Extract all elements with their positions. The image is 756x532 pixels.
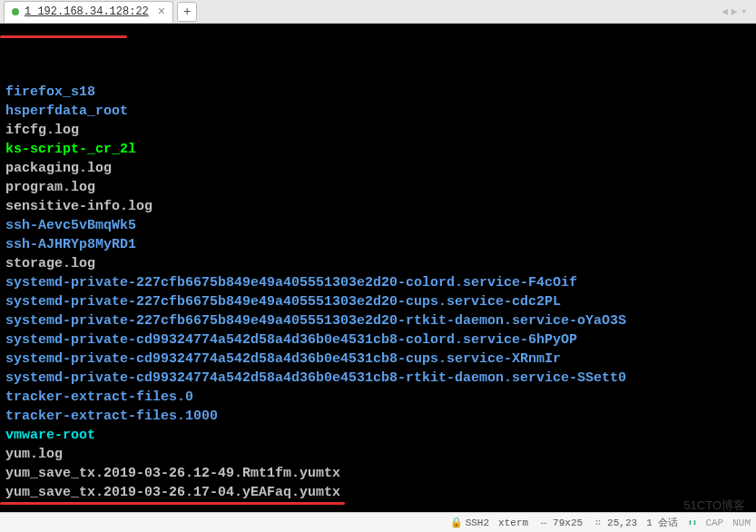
terminal-line: sensitive-info.log bbox=[5, 197, 751, 216]
tab-title: 1 192.168.34.128:22 bbox=[25, 5, 149, 18]
terminal-line: systemd-private-cd99324774a542d58a4d36b0… bbox=[5, 369, 751, 388]
status-bar: 🔒SSH2 xterm ↔79x25 ∷25,23 1 会话 ⬆⬇ CAP NU… bbox=[0, 512, 756, 532]
terminal-line: yum_save_tx.2019-03-26.12-49.Rmt1fm.yumt… bbox=[5, 464, 751, 483]
status-sessions: 1 会话 bbox=[646, 516, 678, 529]
annotation-underline-icon bbox=[0, 502, 345, 505]
nav-menu-icon[interactable]: ▾ bbox=[741, 5, 747, 17]
terminal-line: yum.log bbox=[5, 445, 751, 464]
watermark: 51CTO博客 bbox=[683, 498, 745, 514]
cap-indicator: CAP bbox=[705, 517, 723, 528]
tab-bar: 1 192.168.34.128:22 × + ◀ ▶ ▾ bbox=[0, 0, 756, 24]
terminal-line: systemd-private-227cfb6675b849e49a405551… bbox=[5, 311, 751, 330]
terminal-line: tracker-extract-files.1000 bbox=[5, 407, 751, 426]
terminal-line: ssh-AJHRYp8MyRD1 bbox=[5, 235, 751, 254]
position-icon: ∷ bbox=[592, 517, 604, 528]
terminal-line: ks-script-_cr_2l bbox=[5, 140, 751, 159]
close-icon[interactable]: × bbox=[158, 5, 165, 19]
status-position: ∷25,23 bbox=[592, 517, 637, 528]
tab-nav: ◀ ▶ ▾ bbox=[722, 5, 752, 17]
terminal-line: tracker-extract-files.0 bbox=[5, 388, 751, 407]
status-ssh: 🔒SSH2 bbox=[450, 517, 489, 528]
terminal-line: yum_save_tx.2019-03-26.17-04.yEAFaq.yumt… bbox=[5, 483, 751, 502]
terminal-line: ifcfg.log bbox=[5, 121, 751, 140]
terminal-line: systemd-private-cd99324774a542d58a4d36b0… bbox=[5, 330, 751, 350]
nav-right-icon[interactable]: ▶ bbox=[731, 5, 738, 17]
lock-icon: 🔒 bbox=[450, 517, 463, 528]
terminal-line: program.log bbox=[5, 178, 751, 197]
status-term: xterm bbox=[498, 517, 528, 528]
terminal-line: systemd-private-227cfb6675b849e49a405551… bbox=[5, 273, 751, 292]
status-size: ↔79x25 bbox=[537, 517, 583, 528]
terminal-output[interactable]: firefox_s18hsperfdata_rootifcfg.logks-sc… bbox=[0, 24, 756, 512]
terminal-line: systemd-private-cd99324774a542d58a4d36b0… bbox=[5, 350, 751, 369]
terminal-line: vmware-root bbox=[5, 426, 751, 445]
terminal-line: ssh-Aevc5vBmqWk5 bbox=[5, 216, 751, 235]
nav-left-icon[interactable]: ◀ bbox=[722, 5, 728, 17]
terminal-line: systemd-private-227cfb6675b849e49a405551… bbox=[5, 292, 751, 311]
terminal-line: firefox_s18 bbox=[5, 83, 751, 102]
status-indicator-icon bbox=[12, 8, 19, 15]
add-tab-button[interactable]: + bbox=[177, 2, 197, 22]
session-tab[interactable]: 1 192.168.34.128:22 × bbox=[4, 1, 173, 23]
num-indicator: NUM bbox=[732, 517, 751, 528]
network-indicator-icon: ⬆⬇ bbox=[687, 517, 696, 528]
annotation-underline-icon bbox=[0, 35, 127, 38]
terminal-line: hsperfdata_root bbox=[5, 102, 751, 121]
terminal-line: packaging.log bbox=[5, 159, 751, 178]
resize-icon: ↔ bbox=[537, 517, 550, 528]
terminal-line: storage.log bbox=[5, 254, 751, 273]
